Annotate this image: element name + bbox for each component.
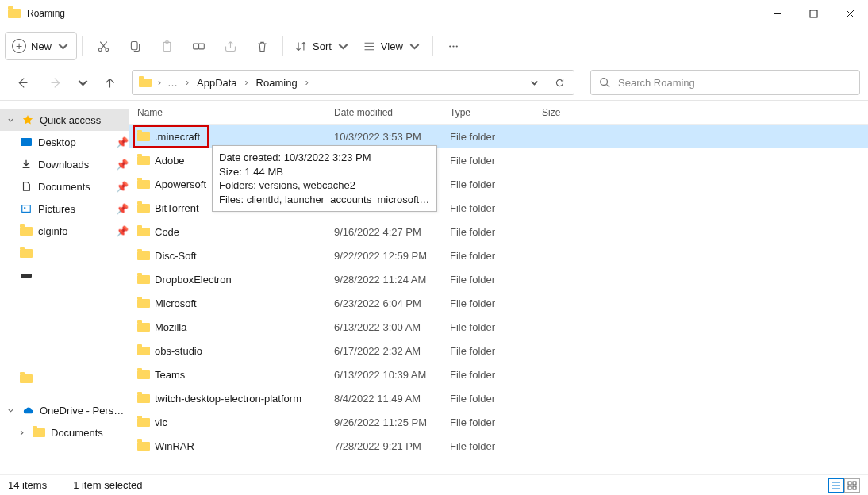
status-selection-count: 1 item selected bbox=[73, 479, 142, 491]
sidebar-item-documents[interactable]: Documents 📌 bbox=[0, 175, 129, 198]
address-dropdown-button[interactable] bbox=[523, 71, 545, 94]
file-date: 6/13/2022 10:39 AM bbox=[334, 369, 450, 381]
column-header-name[interactable]: Name bbox=[137, 107, 334, 118]
refresh-button[interactable] bbox=[548, 71, 570, 94]
maximize-button[interactable] bbox=[795, 0, 832, 27]
view-label: View bbox=[381, 40, 403, 52]
recent-locations-button[interactable] bbox=[75, 68, 90, 97]
trash-icon bbox=[255, 40, 269, 53]
copy-button[interactable] bbox=[119, 32, 151, 60]
svg-rect-17 bbox=[853, 486, 856, 489]
file-row[interactable]: DropboxElectron9/28/2022 11:24 AMFile fo… bbox=[129, 267, 868, 291]
new-label: New bbox=[31, 40, 52, 52]
folder-icon bbox=[137, 347, 150, 355]
clipboard-icon bbox=[160, 40, 174, 53]
folder-icon bbox=[137, 418, 150, 427]
file-row[interactable]: WinRAR7/28/2022 9:21 PMFile folder bbox=[129, 434, 868, 458]
file-name: Disc-Soft bbox=[155, 250, 334, 262]
more-button[interactable] bbox=[438, 32, 470, 60]
back-button[interactable] bbox=[8, 68, 36, 97]
up-button[interactable] bbox=[95, 68, 124, 97]
breadcrumb-roaming[interactable]: Roaming bbox=[252, 73, 302, 93]
file-row[interactable]: Code9/16/2022 4:27 PMFile folder bbox=[129, 220, 868, 244]
file-type: File folder bbox=[450, 369, 542, 381]
sidebar-item-folder[interactable] bbox=[0, 242, 129, 264]
view-button[interactable]: View bbox=[356, 32, 428, 60]
chevron-down-icon bbox=[7, 407, 14, 414]
sort-label: Sort bbox=[313, 40, 332, 52]
column-header-type[interactable]: Type bbox=[450, 107, 542, 118]
sidebar-item-pictures[interactable]: Pictures 📌 bbox=[0, 198, 129, 220]
ellipsis-icon bbox=[447, 40, 460, 53]
folder-icon bbox=[33, 428, 45, 437]
sidebar-item-onedrive[interactable]: OneDrive - Personal bbox=[0, 399, 129, 421]
file-type: File folder bbox=[450, 440, 542, 452]
file-type: File folder bbox=[450, 274, 542, 286]
details-view-button[interactable] bbox=[828, 478, 844, 493]
sidebar-label: OneDrive - Personal bbox=[40, 405, 129, 416]
sidebar-item-quick-access[interactable]: Quick access bbox=[0, 109, 129, 131]
cut-button[interactable] bbox=[87, 32, 119, 60]
svg-rect-12 bbox=[22, 205, 31, 213]
sidebar-item-od-documents[interactable]: Documents bbox=[0, 421, 129, 443]
paste-button[interactable] bbox=[151, 32, 182, 60]
tooltip-line: Date created: 10/3/2022 3:23 PM bbox=[219, 151, 430, 165]
new-button[interactable]: + New bbox=[5, 32, 77, 60]
minimize-button[interactable] bbox=[759, 0, 795, 27]
chevron-right-icon bbox=[18, 429, 25, 436]
address-bar[interactable]: › … › AppData › Roaming › bbox=[132, 70, 574, 95]
pin-icon: 📌 bbox=[116, 159, 129, 171]
file-name: DropboxElectron bbox=[155, 274, 334, 286]
scissors-icon bbox=[97, 40, 110, 53]
device-icon bbox=[21, 274, 32, 278]
folder-icon bbox=[137, 323, 150, 332]
column-header-date[interactable]: Date modified bbox=[334, 107, 450, 118]
file-row[interactable]: vlc9/26/2022 11:25 PMFile folder bbox=[129, 410, 868, 434]
column-header-size[interactable]: Size bbox=[542, 107, 605, 118]
breadcrumb-appdata[interactable]: AppData bbox=[192, 73, 242, 93]
file-date: 7/28/2022 9:21 PM bbox=[334, 440, 450, 452]
share-button[interactable] bbox=[214, 32, 246, 60]
breadcrumb-overflow[interactable]: … bbox=[164, 77, 182, 89]
rename-button[interactable] bbox=[182, 32, 214, 60]
file-row[interactable]: obs-studio6/17/2022 2:32 AMFile folder bbox=[129, 339, 868, 363]
svg-point-11 bbox=[601, 79, 608, 86]
folder-icon bbox=[139, 79, 152, 87]
svg-rect-0 bbox=[810, 10, 817, 17]
chevron-down-icon bbox=[56, 40, 70, 53]
file-name: Mozilla bbox=[155, 321, 334, 333]
sidebar-item-device[interactable] bbox=[0, 264, 129, 286]
search-box[interactable] bbox=[590, 70, 860, 95]
sidebar-item-desktop[interactable]: Desktop 📌 bbox=[0, 131, 129, 153]
share-icon bbox=[224, 40, 237, 53]
close-button[interactable] bbox=[832, 0, 868, 27]
file-row[interactable]: Disc-Soft9/22/2022 12:59 PMFile folder bbox=[129, 244, 868, 267]
file-list: Name Date modified Type Size .minecraft1… bbox=[129, 101, 868, 474]
sort-button[interactable]: Sort bbox=[288, 32, 356, 60]
sidebar-label: Pictures bbox=[38, 203, 111, 215]
desktop-icon bbox=[21, 138, 32, 146]
documents-icon bbox=[21, 181, 32, 192]
file-date: 8/4/2022 11:49 AM bbox=[334, 393, 450, 405]
navigation-bar: › … › AppData › Roaming › bbox=[0, 65, 868, 100]
svg-rect-6 bbox=[193, 44, 198, 49]
file-type: File folder bbox=[450, 131, 542, 143]
sidebar-item-clginfo[interactable]: clginfo 📌 bbox=[0, 220, 129, 242]
file-date: 6/17/2022 2:32 AM bbox=[334, 345, 450, 357]
chevron-right-icon: › bbox=[305, 77, 309, 88]
forward-button[interactable] bbox=[41, 68, 70, 97]
pin-icon: 📌 bbox=[116, 181, 129, 193]
file-row[interactable]: Teams6/13/2022 10:39 AMFile folder bbox=[129, 363, 868, 386]
file-date: 6/23/2022 6:04 PM bbox=[334, 297, 450, 309]
file-row[interactable]: Microsoft6/23/2022 6:04 PMFile folder bbox=[129, 291, 868, 315]
delete-button[interactable] bbox=[246, 32, 278, 60]
thumbnails-view-button[interactable] bbox=[844, 478, 860, 493]
sidebar-label: Documents bbox=[38, 181, 111, 193]
svg-point-1 bbox=[98, 48, 102, 51]
file-row[interactable]: twitch-desktop-electron-platform8/4/2022… bbox=[129, 386, 868, 410]
sidebar-item-folder[interactable] bbox=[0, 367, 129, 389]
file-row[interactable]: Mozilla6/13/2022 3:00 AMFile folder bbox=[129, 315, 868, 339]
sidebar-item-downloads[interactable]: Downloads 📌 bbox=[0, 153, 129, 175]
file-type: File folder bbox=[450, 393, 542, 405]
search-input[interactable] bbox=[618, 77, 851, 89]
